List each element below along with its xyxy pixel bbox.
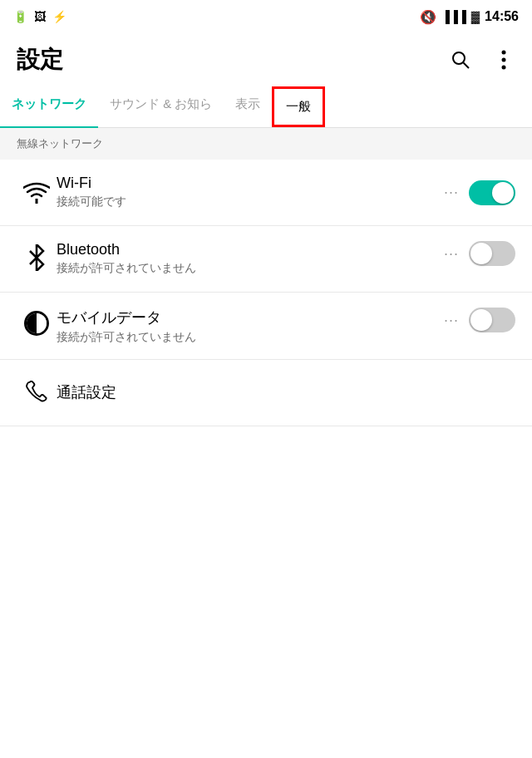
tab-general[interactable]: 一般 [272,86,325,127]
section-header-wireless: 無線ネットワーク [0,128,532,160]
bluetooth-toggle[interactable] [469,241,515,266]
wifi-subtitle: 接続可能です [57,194,444,210]
more-options-button[interactable] [489,45,519,75]
calls-title: 通話設定 [57,382,515,402]
bluetooth-subtitle: 接続が許可されていません [57,260,444,277]
wifi-toggle[interactable] [469,180,515,205]
battery-icon: ▓ [471,10,480,23]
status-bar-right: 🔇 ▐▐▐ ▓ 14:56 [420,9,519,25]
mobiledata-icon [17,311,57,336]
list-item-calls[interactable]: 通話設定 [0,360,532,426]
mobiledata-content: モバイルデータ 接続が許可されていません [57,308,444,346]
tab-display[interactable]: 表示 [224,86,272,127]
bluetooth-content: Bluetooth 接続が許可されていません [57,241,444,277]
status-time: 14:56 [485,9,519,24]
phone-icon [17,381,57,404]
svg-point-2 [502,51,506,55]
list-item-bluetooth[interactable]: Bluetooth 接続が許可されていません ··· [0,226,532,293]
wifi-title: Wi-Fi [57,175,444,192]
app-bar-icons [446,45,519,75]
bluetooth-icon [17,244,57,271]
app-bar: 設定 [0,33,532,86]
bluetooth-more-button[interactable]: ··· [444,245,459,263]
bluetooth-toggle-knob [470,243,492,264]
mobiledata-toggle-knob [470,309,492,331]
bluetooth-controls: ··· [444,241,515,266]
svg-point-0 [453,52,465,64]
mobiledata-more-button[interactable]: ··· [444,312,459,329]
status-bar-left: 🔋 🖼 ⚡ [13,10,66,23]
bluetooth-title: Bluetooth [57,241,444,258]
wifi-controls: ··· [444,180,515,205]
mobiledata-controls: ··· [444,308,515,332]
status-bar: 🔋 🖼 ⚡ 🔇 ▐▐▐ ▓ 14:56 [0,0,532,33]
mobiledata-title: モバイルデータ [57,308,444,327]
svg-point-3 [502,58,506,62]
wifi-icon [17,182,57,204]
mobiledata-subtitle: 接続が許可されていません [57,329,444,346]
tab-sound[interactable]: サウンド & お知ら [98,86,224,127]
svg-point-4 [502,66,506,70]
image-icon: 🖼 [34,10,46,23]
mute-icon: 🔇 [420,9,436,25]
wifi-toggle-knob [492,182,514,204]
list-item-mobiledata[interactable]: モバイルデータ 接続が許可されていません ··· [0,293,532,360]
wifi-content: Wi-Fi 接続可能です [57,175,444,210]
signal-icon: ▐▐▐ [441,10,466,23]
list-item-wifi[interactable]: Wi-Fi 接続可能です ··· [0,160,532,226]
usb-icon: ⚡ [52,10,66,23]
tab-network[interactable]: ネットワーク [0,86,98,127]
search-button[interactable] [446,45,475,75]
page-title: 設定 [17,44,63,76]
calls-content: 通話設定 [57,382,515,402]
mobiledata-toggle[interactable] [469,308,515,332]
tabs-container: ネットワーク サウンド & お知ら 表示 一般 [0,86,532,128]
wifi-more-button[interactable]: ··· [444,184,459,201]
svg-line-1 [464,63,470,69]
battery-charging-icon: 🔋 [13,10,27,23]
